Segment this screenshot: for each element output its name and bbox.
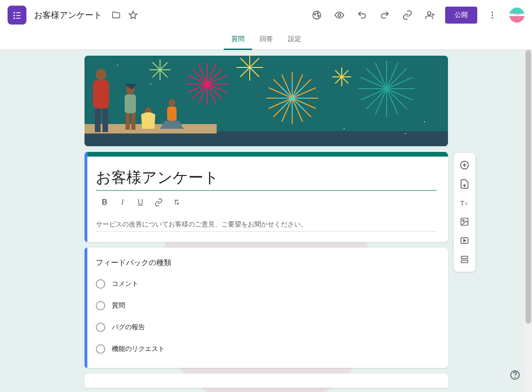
add-video-icon[interactable] bbox=[456, 232, 473, 249]
insert-link-icon[interactable] bbox=[150, 194, 168, 210]
svg-rect-64 bbox=[93, 80, 109, 108]
header-image[interactable] bbox=[84, 56, 448, 146]
tab-questions[interactable]: 質問 bbox=[224, 30, 252, 50]
theme-icon[interactable] bbox=[307, 6, 326, 25]
option-label[interactable]: バグの報告 bbox=[112, 323, 145, 332]
svg-point-63 bbox=[96, 69, 106, 80]
svg-text:T: T bbox=[460, 200, 464, 207]
svg-point-60 bbox=[424, 121, 425, 122]
add-section-icon[interactable] bbox=[456, 251, 473, 268]
svg-rect-4 bbox=[14, 17, 15, 19]
publish-button[interactable]: 公開 bbox=[445, 7, 477, 24]
svg-point-9 bbox=[318, 15, 319, 17]
svg-rect-0 bbox=[14, 12, 15, 13]
preview-icon[interactable] bbox=[330, 6, 349, 25]
help-icon[interactable] bbox=[506, 366, 524, 384]
underline-icon[interactable]: U bbox=[132, 194, 150, 210]
canvas: </PATANO> bbox=[0, 50, 532, 392]
svg-text:T: T bbox=[464, 202, 467, 207]
user-avatar[interactable] bbox=[509, 8, 524, 23]
svg-point-58 bbox=[117, 65, 118, 66]
svg-rect-66 bbox=[102, 108, 108, 132]
app-header: お客様アンケート 公開 bbox=[0, 0, 532, 30]
add-collaborator-icon[interactable] bbox=[421, 6, 439, 25]
svg-point-7 bbox=[314, 14, 316, 15]
svg-point-6 bbox=[313, 11, 321, 19]
svg-rect-5 bbox=[16, 18, 20, 19]
svg-point-8 bbox=[317, 13, 318, 14]
svg-point-13 bbox=[491, 14, 493, 16]
star-icon[interactable] bbox=[127, 9, 139, 21]
form-title-input[interactable] bbox=[96, 167, 437, 191]
add-image-icon[interactable] bbox=[456, 213, 473, 230]
radio-icon bbox=[96, 344, 105, 354]
svg-point-10 bbox=[338, 14, 341, 17]
question-card[interactable]: フィードバックの種類 コメント 質問 バグの報告 機能のリクエスト bbox=[84, 248, 448, 368]
title-card[interactable]: B I U bbox=[84, 152, 448, 242]
bold-icon[interactable]: B bbox=[96, 194, 114, 210]
svg-point-12 bbox=[491, 12, 493, 13]
radio-icon bbox=[96, 323, 105, 332]
svg-point-78 bbox=[462, 220, 464, 221]
svg-rect-68 bbox=[125, 94, 136, 113]
option-label[interactable]: 機能のリクエスト bbox=[112, 345, 165, 353]
move-to-folder-icon[interactable] bbox=[110, 9, 122, 21]
option-row[interactable]: コメント bbox=[96, 279, 437, 289]
svg-point-62 bbox=[344, 128, 345, 129]
option-label[interactable]: 質問 bbox=[112, 301, 125, 310]
undo-icon[interactable] bbox=[353, 6, 372, 25]
next-card-peek[interactable] bbox=[84, 374, 448, 388]
svg-point-14 bbox=[491, 17, 493, 18]
radio-icon bbox=[96, 279, 105, 289]
form-tabs: 質問 回答 設定 bbox=[0, 30, 532, 50]
svg-rect-73 bbox=[167, 107, 177, 121]
option-row[interactable]: 質問 bbox=[96, 301, 437, 310]
svg-point-11 bbox=[428, 12, 431, 15]
add-title-icon[interactable]: TT bbox=[456, 194, 473, 211]
svg-rect-1 bbox=[16, 12, 20, 13]
redo-icon[interactable] bbox=[375, 6, 394, 25]
svg-point-59 bbox=[150, 83, 151, 84]
italic-icon[interactable]: I bbox=[114, 194, 132, 210]
scrollbar-thumb[interactable] bbox=[525, 50, 531, 324]
scrollbar[interactable] bbox=[524, 50, 532, 392]
svg-rect-70 bbox=[131, 113, 135, 130]
link-icon[interactable] bbox=[398, 6, 417, 25]
option-row[interactable]: バグの報告 bbox=[96, 323, 437, 332]
svg-rect-65 bbox=[95, 108, 101, 132]
tab-responses[interactable]: 回答 bbox=[252, 30, 280, 50]
option-row[interactable]: 機能のリクエスト bbox=[96, 344, 437, 354]
svg-point-72 bbox=[169, 99, 175, 107]
radio-icon bbox=[96, 301, 105, 310]
question-title[interactable]: フィードバックの種類 bbox=[96, 258, 437, 268]
svg-rect-80 bbox=[461, 256, 467, 259]
format-toolbar: B I U bbox=[96, 194, 437, 210]
svg-rect-81 bbox=[461, 260, 467, 263]
option-label[interactable]: コメント bbox=[112, 280, 138, 288]
clear-format-icon[interactable] bbox=[168, 194, 186, 210]
document-title[interactable]: お客様アンケート bbox=[34, 9, 102, 21]
tab-settings[interactable]: 設定 bbox=[280, 30, 309, 50]
import-questions-icon[interactable] bbox=[456, 175, 473, 192]
forms-logo[interactable] bbox=[8, 6, 26, 25]
svg-point-61 bbox=[405, 133, 406, 134]
side-toolbar: TT bbox=[454, 153, 475, 272]
svg-point-83 bbox=[515, 377, 515, 378]
add-question-icon[interactable] bbox=[456, 157, 473, 174]
form-description-input[interactable] bbox=[96, 218, 437, 232]
svg-rect-3 bbox=[16, 15, 20, 16]
more-icon[interactable] bbox=[483, 6, 502, 25]
svg-rect-69 bbox=[126, 113, 130, 130]
svg-rect-2 bbox=[14, 15, 15, 16]
